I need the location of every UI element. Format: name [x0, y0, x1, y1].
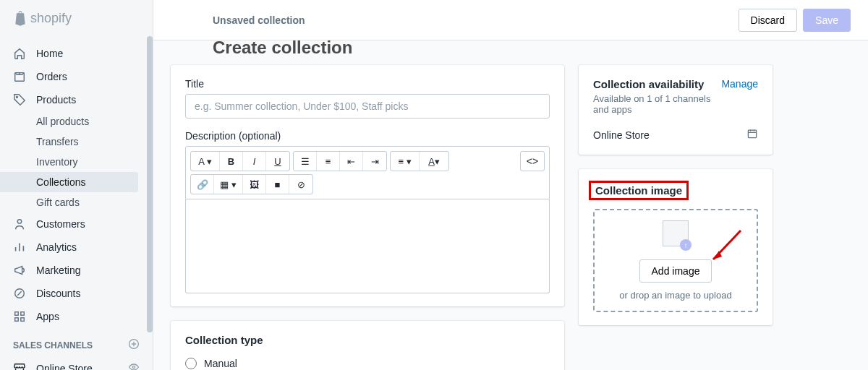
subnav-all-products[interactable]: All products [36, 111, 153, 132]
rte-paragraph-dropdown[interactable]: A ▾ [191, 152, 220, 171]
rte-outdent-button[interactable]: ⇤ [340, 152, 363, 171]
shopify-bag-icon [13, 10, 27, 26]
save-button[interactable]: Save [803, 9, 851, 32]
discard-button[interactable]: Discard [739, 9, 797, 32]
analytics-icon [13, 241, 26, 254]
store-icon [13, 362, 26, 371]
nav-marketing[interactable]: Marketing [0, 259, 153, 282]
availability-title: Collection availability [593, 78, 721, 90]
svg-point-2 [17, 220, 21, 223]
nav-apps[interactable]: Apps [0, 305, 153, 328]
page-heading: Create collection [171, 40, 851, 58]
sidebar: shopify Home Orders Products All product… [0, 0, 153, 370]
svg-point-9 [132, 366, 135, 368]
nav-home-label: Home [36, 48, 63, 59]
rte-align-dropdown[interactable]: ≡ ▾ [391, 152, 420, 171]
nav-products[interactable]: Products [0, 88, 153, 111]
nav-discounts[interactable]: Discounts [0, 282, 153, 305]
svg-rect-6 [15, 318, 19, 322]
shopify-logo[interactable]: shopify [0, 0, 153, 36]
nav-discounts-label: Discounts [36, 288, 80, 299]
view-store-icon[interactable] [128, 361, 140, 370]
rte-image-button[interactable]: 🖼 [243, 175, 266, 194]
topbar-actions: Discard Save [739, 9, 851, 32]
nav-marketing-label: Marketing [36, 264, 80, 276]
description-label: Description (optional) [185, 130, 550, 142]
topbar: Unsaved collection Discard Save [153, 0, 868, 40]
rte-html-toggle[interactable]: <> [520, 151, 545, 171]
rte-italic-button[interactable]: I [243, 152, 266, 171]
nav: Home Orders Products All products Transf… [0, 36, 153, 370]
manual-label: Manual [204, 358, 237, 369]
collection-image-title: Collection image [595, 184, 682, 197]
svg-rect-10 [748, 130, 756, 137]
nav-products-label: Products [36, 94, 76, 106]
subnav-inventory[interactable]: Inventory [36, 152, 153, 172]
description-editor[interactable] [185, 199, 550, 293]
rte-indent-button[interactable]: ⇥ [363, 152, 386, 171]
nav-analytics-label: Analytics [36, 241, 77, 253]
subnav-gift-cards[interactable]: Gift cards [36, 192, 153, 212]
availability-sub: Available on 1 of 1 channels and apps [593, 93, 721, 115]
rte-link-button[interactable]: 🔗 [191, 175, 214, 194]
svg-rect-5 [21, 312, 25, 316]
nav-home[interactable]: Home [0, 42, 153, 65]
main: Unsaved collection Discard Save Create c… [153, 0, 868, 370]
megaphone-icon [13, 264, 26, 277]
nav-orders[interactable]: Orders [0, 65, 153, 88]
svg-line-11 [713, 231, 741, 259]
apps-icon [13, 310, 26, 323]
image-dropzone[interactable]: ↑ Add image or drop an image to upload [593, 209, 758, 312]
rte-video-button[interactable]: ■ [266, 175, 289, 194]
rte-bold-button[interactable]: B [220, 152, 243, 171]
topbar-title: Unsaved collection [213, 14, 305, 26]
nav-analytics[interactable]: Analytics [0, 236, 153, 259]
add-channel-icon[interactable] [128, 338, 140, 352]
content: Create collection Title Description (opt… [153, 40, 868, 370]
add-image-button[interactable]: Add image [639, 259, 712, 283]
availability-channel: Online Store [593, 129, 650, 141]
calendar-icon[interactable] [746, 128, 758, 142]
tag-icon [13, 93, 26, 106]
dropzone-hint: or drop an image to upload [602, 290, 749, 301]
svg-rect-7 [21, 318, 25, 322]
nav-orders-label: Orders [36, 71, 67, 82]
sales-channels-header: SALES CHANNELS [0, 328, 153, 356]
discount-icon [13, 287, 26, 300]
manual-radio[interactable] [185, 358, 197, 369]
sales-channels-label: SALES CHANNELS [13, 340, 93, 350]
collection-type-card: Collection type Manual Add products to t… [171, 321, 564, 370]
products-subnav: All products Transfers Inventory Collect… [0, 111, 153, 212]
customer-icon [13, 218, 26, 231]
nav-apps-label: Apps [36, 311, 59, 322]
nav-customers-label: Customers [36, 218, 85, 230]
collection-type-title: Collection type [185, 334, 550, 346]
nav-customers[interactable]: Customers [0, 212, 153, 236]
rte-number-list-button[interactable]: ≡ [317, 152, 340, 171]
subnav-transfers[interactable]: Transfers [36, 132, 153, 152]
title-input[interactable] [185, 94, 550, 119]
availability-card: Collection availability Available on 1 o… [579, 65, 773, 155]
upload-placeholder-icon: ↑ [660, 220, 692, 252]
subnav-collections[interactable]: Collections [0, 172, 138, 192]
channel-online-store-label: Online Store [36, 363, 93, 371]
svg-point-1 [17, 97, 18, 98]
title-label: Title [185, 78, 550, 90]
rte-table-dropdown[interactable]: ▦ ▾ [214, 175, 243, 194]
title-card: Title Description (optional) A ▾ B I U [171, 65, 564, 306]
orders-icon [13, 70, 26, 83]
collection-image-card: Collection image ↑ Add image [579, 169, 773, 325]
rte-underline-button[interactable]: U [266, 152, 289, 171]
collection-image-highlight: Collection image [589, 181, 689, 200]
rte-clear-format-button[interactable]: ⊘ [289, 175, 312, 194]
scrollbar[interactable] [147, 36, 153, 332]
channel-online-store[interactable]: Online Store [0, 356, 153, 370]
brand-text: shopify [30, 11, 72, 26]
svg-rect-4 [15, 312, 19, 316]
rte-toolbar: A ▾ B I U ☰ ≡ ⇤ ⇥ [185, 146, 550, 199]
rte-color-dropdown[interactable]: A ▾ [420, 152, 448, 171]
svg-marker-12 [713, 251, 722, 259]
manage-link[interactable]: Manage [721, 78, 758, 90]
rte-bullet-list-button[interactable]: ☰ [294, 152, 317, 171]
home-icon [13, 47, 26, 60]
